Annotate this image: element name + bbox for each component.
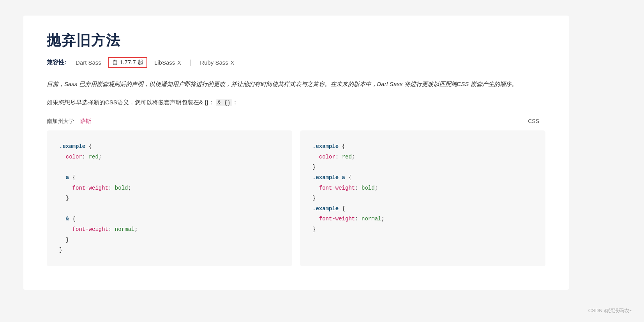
rubysass-x: X xyxy=(231,60,234,66)
compat-divider: | xyxy=(190,58,192,67)
page-title: 抛弃旧方法 xyxy=(47,31,545,50)
compatibility-row: 兼容性: Dart Sass 自 1.77.7 起 LibSass X | Ru… xyxy=(47,57,545,68)
css-line-2: color: red; xyxy=(312,152,533,162)
code-panel-right: .example { color: red; } .example a { fo… xyxy=(300,130,545,266)
code-line-3 xyxy=(59,162,280,172)
css-line-9: } xyxy=(312,224,533,235)
code-line-10: } xyxy=(59,235,280,245)
description-text-2: 如果您想尽早选择新的CSS语义，您可以将嵌套声明包装在& {}： & {}： xyxy=(47,97,545,108)
code-line-7 xyxy=(59,204,280,214)
libsass-x: X xyxy=(177,60,181,66)
code-line-5: font-weight: bold; xyxy=(59,183,280,194)
code-line-4: a { xyxy=(59,172,280,183)
code-panel-left: .example { color: red; a { font-weight: … xyxy=(47,130,292,266)
css-line-3: } xyxy=(312,162,533,172)
code-line-11: } xyxy=(59,245,280,255)
css-line-1: .example { xyxy=(312,141,533,152)
description-block-1: 目前，Sass 已弃用嵌套规则后的声明，以便通知用户即将进行的更改，并让他们有时… xyxy=(47,79,545,89)
description-text-1: 目前，Sass 已弃用嵌套规则后的声明，以便通知用户即将进行的更改，并让他们有时… xyxy=(47,79,545,89)
tab-scss[interactable]: 南加州大学 xyxy=(47,116,80,127)
compat-dart-sass: Dart Sass xyxy=(72,58,104,67)
code-line-6: } xyxy=(59,193,280,204)
description-block-2: 如果您想尽早选择新的CSS语义，您可以将嵌套声明包装在& {}： & {}： xyxy=(47,97,545,108)
compat-libsass: LibSass X xyxy=(151,58,184,67)
tabs-row: 南加州大学 萨斯 CSS xyxy=(47,116,545,127)
css-line-6: } xyxy=(312,193,533,204)
tab-sass[interactable]: 萨斯 xyxy=(80,116,97,127)
page-container: 抛弃旧方法 兼容性: Dart Sass 自 1.77.7 起 LibSass … xyxy=(23,16,569,290)
tab-css: CSS xyxy=(528,116,545,127)
desc2-text: 如果您想尽早选择新的CSS语义，您可以将嵌套声明包装在& {}： xyxy=(47,99,214,106)
code-line-8: & { xyxy=(59,214,280,224)
css-line-5: font-weight: bold; xyxy=(312,183,533,194)
css-line-7: .example { xyxy=(312,204,533,214)
compat-ruby-sass: Ruby Sass X xyxy=(197,58,237,67)
code-inline-amp: & {} xyxy=(216,99,232,106)
code-panels: .example { color: red; a { font-weight: … xyxy=(47,130,545,266)
compat-label: 兼容性: xyxy=(47,59,66,66)
code-line-9: font-weight: normal; xyxy=(59,224,280,235)
code-line-2: color: red; xyxy=(59,152,280,162)
css-line-4: .example a { xyxy=(312,172,533,183)
code-line-1: .example { xyxy=(59,141,280,152)
css-line-8: font-weight: normal; xyxy=(312,214,533,224)
compat-since-version: 自 1.77.7 起 xyxy=(108,57,147,68)
watermark: CSDN @流浪码农~ xyxy=(588,307,632,314)
code-panels-wrapper: 南加州大学 萨斯 CSS .example { color: red; a { … xyxy=(47,116,545,266)
